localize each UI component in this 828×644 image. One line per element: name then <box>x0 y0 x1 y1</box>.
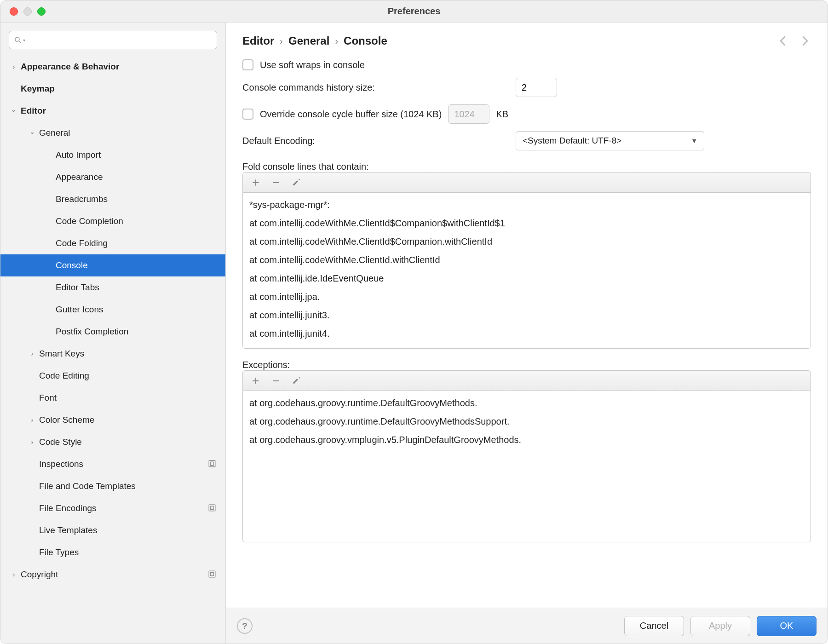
ok-button[interactable]: OK <box>757 616 816 636</box>
list-item[interactable]: *sys-package-mgr*: <box>249 196 804 214</box>
chevron-icon <box>29 372 35 380</box>
settings-tree[interactable]: ›Appearance & BehaviorKeymap⌄Editor⌄Gene… <box>0 56 225 644</box>
sidebar-item-code-editing[interactable]: Code Editing <box>0 365 225 387</box>
chevron-icon <box>29 549 35 556</box>
list-item[interactable]: at com.intellij.codeWithMe.ClientId$Comp… <box>249 232 804 251</box>
nav-back-icon[interactable] <box>777 34 790 47</box>
sidebar-item-inspections[interactable]: Inspections <box>0 453 225 475</box>
sidebar-item-file-and-code-templates[interactable]: File and Code Templates <box>0 475 225 497</box>
list-item[interactable]: at org.codehaus.groovy.runtime.DefaultGr… <box>249 412 804 431</box>
sidebar-item-label: Font <box>39 393 217 403</box>
sidebar-item-label: Auto Import <box>56 150 217 160</box>
cancel-button[interactable]: Cancel <box>624 616 684 636</box>
list-item[interactable]: at com.intellij.junit4. <box>249 324 804 343</box>
apply-button: Apply <box>690 616 750 636</box>
svg-rect-3 <box>210 462 214 466</box>
chevron-icon: › <box>29 350 35 357</box>
chevron-icon <box>11 85 17 92</box>
chevron-icon: › <box>11 63 17 70</box>
sidebar-item-label: Editor <box>21 106 217 116</box>
nav-forward-icon[interactable] <box>798 34 811 47</box>
help-button[interactable]: ? <box>237 618 253 634</box>
sidebar-item-postfix-completion[interactable]: Postfix Completion <box>0 321 225 343</box>
sidebar-item-file-types[interactable]: File Types <box>0 541 225 564</box>
sidebar-item-gutter-icons[interactable]: Gutter Icons <box>0 299 225 321</box>
sidebar-item-editor-tabs[interactable]: Editor Tabs <box>0 276 225 299</box>
sidebar-item-breadcrumbs[interactable]: Breadcrumbs <box>0 188 225 210</box>
exceptions-list[interactable]: at org.codehaus.groovy.runtime.DefaultGr… <box>242 391 811 542</box>
sidebar-item-label: Live Templates <box>39 525 217 535</box>
add-button[interactable] <box>251 178 260 187</box>
breadcrumb-console: Console <box>344 34 387 47</box>
list-item[interactable]: at com.intellij.ide.IdeEventQueue <box>249 269 804 288</box>
list-item[interactable]: at com.intellij.junit3. <box>249 306 804 324</box>
edit-button[interactable] <box>292 376 301 385</box>
encoding-value: <System Default: UTF-8> <box>523 136 621 146</box>
sidebar-item-auto-import[interactable]: Auto Import <box>0 144 225 166</box>
exceptions-toolbar <box>242 370 811 391</box>
sidebar-item-code-completion[interactable]: Code Completion <box>0 210 225 232</box>
svg-point-0 <box>15 37 19 41</box>
sidebar-item-smart-keys[interactable]: ›Smart Keys <box>0 343 225 365</box>
sidebar-item-appearance[interactable]: Appearance <box>0 166 225 188</box>
encoding-select[interactable]: <System Default: UTF-8> ▼ <box>516 131 704 150</box>
list-item[interactable]: at org.codehaus.groovy.vmplugin.v5.Plugi… <box>249 431 804 449</box>
chevron-icon: › <box>29 438 35 446</box>
project-scope-icon <box>208 570 217 579</box>
sidebar-item-label: Appearance <box>56 172 217 182</box>
sidebar-item-appearance-behavior[interactable]: ›Appearance & Behavior <box>0 56 225 78</box>
search-input[interactable]: ▾ <box>9 31 217 49</box>
sidebar-item-font[interactable]: Font <box>0 387 225 409</box>
sidebar-item-label: Code Editing <box>39 371 217 381</box>
sidebar: ▾ ›Appearance & BehaviorKeymap⌄Editor⌄Ge… <box>0 23 226 644</box>
search-icon <box>14 36 22 44</box>
sidebar-item-label: Smart Keys <box>39 349 217 359</box>
override-buffer-label: Override console cycle buffer size (1024… <box>260 109 442 120</box>
fold-lines-list[interactable]: *sys-package-mgr*:at com.intellij.codeWi… <box>242 192 811 349</box>
chevron-icon: › <box>11 571 17 578</box>
project-scope-icon <box>208 460 217 469</box>
sidebar-item-color-scheme[interactable]: ›Color Scheme <box>0 409 225 431</box>
edit-button[interactable] <box>292 178 301 187</box>
add-button[interactable] <box>251 376 260 385</box>
breadcrumb-general[interactable]: General <box>288 34 329 47</box>
list-item[interactable]: at com.intellij.codeWithMe.ClientId.with… <box>249 251 804 269</box>
sidebar-item-label: Editor Tabs <box>56 282 217 293</box>
sidebar-item-code-folding[interactable]: Code Folding <box>0 232 225 254</box>
sidebar-item-label: Inspections <box>39 459 208 469</box>
chevron-icon: › <box>29 416 35 424</box>
sidebar-item-console[interactable]: Console <box>0 254 225 276</box>
override-buffer-checkbox[interactable] <box>242 109 253 120</box>
sidebar-item-file-encodings[interactable]: File Encodings <box>0 497 225 519</box>
chevron-icon <box>29 483 35 490</box>
list-item[interactable]: at com.intellij.junit5. <box>249 343 804 349</box>
dialog-footer: ? Cancel Apply OK <box>226 608 828 644</box>
history-size-input[interactable] <box>516 78 557 97</box>
sidebar-item-editor[interactable]: ⌄Editor <box>0 100 225 122</box>
search-field[interactable] <box>28 35 212 45</box>
list-item[interactable]: at com.intellij.jpa. <box>249 288 804 306</box>
chevron-right-icon: › <box>335 36 338 46</box>
chevron-icon: ⌄ <box>29 129 35 137</box>
list-item[interactable]: at com.intellij.codeWithMe.ClientId$Comp… <box>249 214 804 232</box>
svg-rect-5 <box>210 506 214 510</box>
soft-wraps-checkbox[interactable] <box>242 59 253 70</box>
sidebar-item-live-templates[interactable]: Live Templates <box>0 519 225 541</box>
remove-button[interactable] <box>271 376 281 385</box>
sidebar-item-label: General <box>39 128 217 138</box>
sidebar-item-label: Code Completion <box>56 216 217 226</box>
sidebar-item-label: File Encodings <box>39 503 208 513</box>
breadcrumb-editor[interactable]: Editor <box>242 34 274 47</box>
sidebar-item-general[interactable]: ⌄General <box>0 122 225 144</box>
encoding-label: Default Encoding: <box>242 136 509 146</box>
remove-button[interactable] <box>271 178 281 187</box>
chevron-right-icon: › <box>280 36 283 46</box>
soft-wraps-label: Use soft wraps in console <box>260 60 365 70</box>
fold-lines-label: Fold console lines that contain: <box>242 161 811 172</box>
sidebar-item-copyright[interactable]: ›Copyright <box>0 564 225 586</box>
list-item[interactable]: at org.codehaus.groovy.runtime.DefaultGr… <box>249 394 804 412</box>
sidebar-item-keymap[interactable]: Keymap <box>0 78 225 100</box>
sidebar-item-label: Color Scheme <box>39 415 217 425</box>
window-title: Preferences <box>0 6 828 17</box>
sidebar-item-code-style[interactable]: ›Code Style <box>0 431 225 453</box>
